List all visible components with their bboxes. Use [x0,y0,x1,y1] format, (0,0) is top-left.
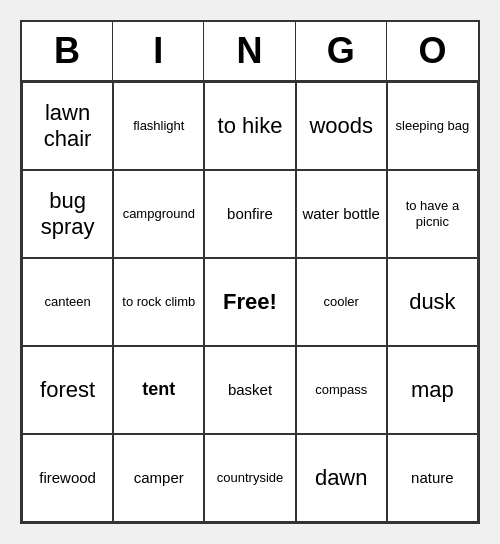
cell-4-3[interactable]: dawn [296,434,387,522]
cell-2-2[interactable]: Free! [204,258,295,346]
cell-2-3[interactable]: cooler [296,258,387,346]
cell-0-0[interactable]: lawn chair [22,82,113,170]
bingo-grid: lawn chairflashlightto hikewoodssleeping… [22,82,478,522]
header-letter: O [387,22,478,80]
cell-1-2[interactable]: bonfire [204,170,295,258]
header-letter: G [296,22,387,80]
cell-0-4[interactable]: sleeping bag [387,82,478,170]
cell-3-0[interactable]: forest [22,346,113,434]
cell-0-3[interactable]: woods [296,82,387,170]
cell-1-1[interactable]: campground [113,170,204,258]
cell-4-4[interactable]: nature [387,434,478,522]
cell-3-4[interactable]: map [387,346,478,434]
cell-4-0[interactable]: firewood [22,434,113,522]
header-letter: I [113,22,204,80]
cell-2-1[interactable]: to rock climb [113,258,204,346]
cell-4-2[interactable]: countryside [204,434,295,522]
cell-3-1[interactable]: tent [113,346,204,434]
bingo-header: BINGO [22,22,478,82]
cell-1-4[interactable]: to have a picnic [387,170,478,258]
cell-1-0[interactable]: bug spray [22,170,113,258]
cell-2-0[interactable]: canteen [22,258,113,346]
cell-0-1[interactable]: flashlight [113,82,204,170]
cell-0-2[interactable]: to hike [204,82,295,170]
cell-1-3[interactable]: water bottle [296,170,387,258]
cell-4-1[interactable]: camper [113,434,204,522]
header-letter: B [22,22,113,80]
cell-2-4[interactable]: dusk [387,258,478,346]
bingo-card: BINGO lawn chairflashlightto hikewoodssl… [20,20,480,524]
header-letter: N [204,22,295,80]
cell-3-2[interactable]: basket [204,346,295,434]
cell-3-3[interactable]: compass [296,346,387,434]
